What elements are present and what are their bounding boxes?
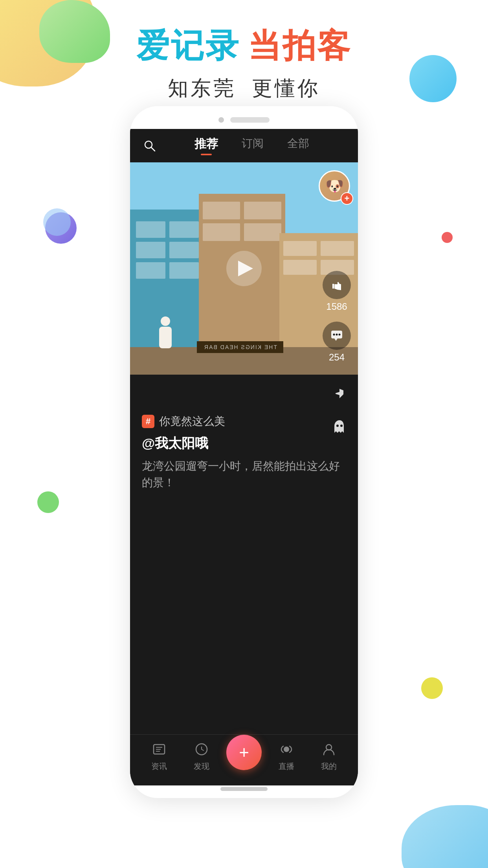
nav-tabs: 推荐 订阅 全部 <box>158 136 346 155</box>
phone-top-bar <box>130 106 358 129</box>
tab-recommended[interactable]: 推荐 <box>194 136 218 155</box>
news-icon <box>150 741 168 758</box>
svg-point-7 <box>340 425 343 427</box>
search-icon[interactable] <box>142 138 158 154</box>
post-username[interactable]: @我太阳哦 <box>142 434 346 452</box>
hashtag-badge: # <box>142 415 154 428</box>
hashtag-row: # 你竟然这么美 <box>142 414 346 429</box>
nav-item-news[interactable]: 资讯 <box>138 741 180 772</box>
discover-icon <box>193 741 210 758</box>
video-avatar: 🐶 + <box>319 170 350 202</box>
news-label: 资讯 <box>151 761 167 772</box>
comment-action[interactable]: 254 <box>323 322 351 363</box>
blob-right-red <box>442 232 453 243</box>
share-icon[interactable] <box>328 383 350 404</box>
svg-point-6 <box>336 425 339 427</box>
live-label: 直播 <box>279 761 294 772</box>
blob-bottom-right-blue <box>402 805 488 868</box>
hashtag-topic: 你竟然这么美 <box>159 414 225 429</box>
ghost-icon[interactable] <box>328 416 350 438</box>
tagline-main: 爱记录当拍客 <box>0 24 488 68</box>
nav-item-live[interactable]: 直播 <box>265 741 308 772</box>
tagline-part1: 爱记录 <box>136 27 240 64</box>
street-sign-strip: THE KINGS HEAD BAR <box>197 341 283 353</box>
app-navbar: 推荐 订阅 全部 <box>130 129 358 162</box>
svg-point-5 <box>339 334 341 336</box>
like-icon <box>323 271 351 299</box>
svg-point-4 <box>336 334 338 336</box>
content-section: # 你竟然这么美 @我太阳哦 龙湾公园遛弯一小时，居然能拍出这么好的景！ <box>130 375 358 507</box>
tagline-part2: 当拍客 <box>248 27 352 64</box>
svg-line-1 <box>151 147 155 151</box>
app-content: 推荐 订阅 全部 <box>130 129 358 785</box>
live-icon <box>278 741 295 758</box>
right-side-icons <box>328 383 350 438</box>
phone-speaker <box>230 117 270 123</box>
play-button[interactable] <box>226 251 262 286</box>
comment-count: 254 <box>329 352 345 363</box>
play-triangle-icon <box>238 261 253 276</box>
subtitle-part2: 更懂你 <box>252 77 320 99</box>
discover-label: 发现 <box>194 761 209 772</box>
blob-bottom-right-yellow <box>421 677 443 699</box>
tab-subscribed[interactable]: 订阅 <box>242 136 264 155</box>
nav-item-profile[interactable]: 我的 <box>308 741 350 772</box>
profile-label: 我的 <box>321 761 337 772</box>
profile-icon <box>320 741 338 758</box>
nav-item-discover[interactable]: 发现 <box>180 741 223 772</box>
blob-left-green <box>37 491 59 513</box>
person-silhouette <box>158 316 173 352</box>
comment-icon <box>323 322 351 350</box>
phone-camera <box>218 117 224 123</box>
like-count: 1586 <box>326 301 347 312</box>
header-section: 爱记录当拍客 知东莞 更懂你 <box>0 24 488 102</box>
subtitle-part1: 知东莞 <box>168 77 236 99</box>
video-right-actions: 1586 254 <box>323 271 351 363</box>
bottom-nav: 资讯 发现 + <box>130 734 358 785</box>
nav-item-add[interactable]: + <box>223 743 265 770</box>
post-description: 龙湾公园遛弯一小时，居然能拍出这么好的景！ <box>142 458 346 491</box>
home-indicator <box>220 787 268 791</box>
avatar-follow-button[interactable]: + <box>341 192 353 205</box>
tagline-sub: 知东莞 更懂你 <box>0 75 488 102</box>
sign-text: THE KINGS HEAD BAR <box>204 344 277 350</box>
svg-point-12 <box>284 747 289 752</box>
add-button[interactable]: + <box>226 735 262 770</box>
blob-left-blue-small <box>43 208 71 236</box>
tab-all[interactable]: 全部 <box>287 136 309 155</box>
svg-point-3 <box>333 334 335 336</box>
like-action[interactable]: 1586 <box>323 271 351 312</box>
add-icon: + <box>239 743 249 762</box>
phone-mockup: 推荐 订阅 全部 <box>130 106 358 798</box>
video-area: THE KINGS HEAD BAR 🐶 + <box>130 162 358 375</box>
